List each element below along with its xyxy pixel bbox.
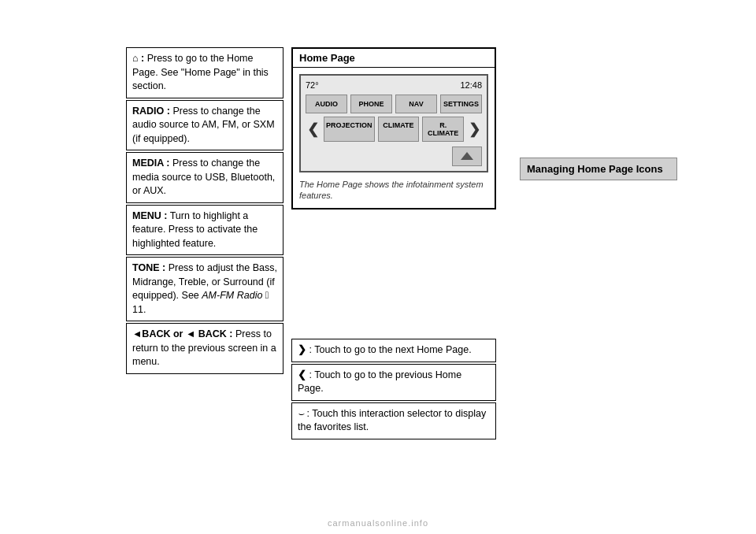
r-climate-btn[interactable]: R. CLIMATE [422,117,464,142]
home-page-box: Home Page 72° 12:48 AUDIO PHONE NAV SETT… [291,47,496,210]
back-block: ◄BACK or ◄ BACK : Press to return to the… [126,323,284,374]
projection-btn[interactable]: PROJECTION [324,117,375,142]
menu-label: MENU : [132,210,167,221]
managing-icons-heading: Managing Home Page Icons [520,158,677,180]
next-page-icon: ❯ [298,344,306,355]
next-page-text: : Touch to go to the next Home Page. [309,344,471,355]
home-chevron-btn[interactable] [452,146,482,166]
screen-top-bar: 72° 12:48 [306,80,482,90]
home-icon-text: Press to go to the Home Page. See "Home … [132,53,269,91]
home-icon-block: ⌂ : Press to go to the Home Page. See "H… [126,47,284,98]
audio-btn[interactable]: AUDIO [306,95,347,113]
favorites-icon: ⌣ [298,408,304,419]
back-label: ◄BACK or ◄ BACK : [132,328,233,339]
phone-btn[interactable]: PHONE [350,95,392,113]
favorites-block: ⌣ : Touch this interaction selector to d… [291,402,496,439]
home-icon-label: ⌂ : [132,53,144,64]
screen-row1: AUDIO PHONE NAV SETTINGS [306,95,482,113]
radio-label: RADIO : [132,106,170,117]
left-arrow-icon[interactable]: ❮ [306,121,321,138]
home-page-title: Home Page [293,49,495,68]
nav-btn[interactable]: NAV [395,95,437,113]
right-arrow-icon[interactable]: ❯ [467,121,482,138]
chevron-up-icon [461,152,473,160]
screen-nav-row: ❮ PROJECTION CLIMATE R. CLIMATE ❯ [306,117,482,142]
media-block: MEDIA : Press to change the media source… [126,152,284,203]
screen-mockup: 72° 12:48 AUDIO PHONE NAV SETTINGS ❮ PRO… [299,74,488,172]
prev-page-block: ❮ : Touch to go to the previous Home Pag… [291,364,496,401]
center-bottom: ❯ : Touch to go to the next Home Page. ❮… [291,339,496,441]
media-label: MEDIA : [132,158,169,169]
watermark: carmanualsonline.info [328,518,428,528]
radio-block: RADIO : Press to change the audio source… [126,100,284,151]
screen-caption: The Home Page shows the infotainment sys… [299,179,488,202]
screen-time: 12:48 [460,80,482,90]
climate-btn[interactable]: CLIMATE [378,117,420,142]
settings-btn[interactable]: SETTINGS [440,95,482,113]
tone-label: TONE : [132,262,165,273]
right-column: Managing Home Page Icons [520,158,677,180]
screen-temp: 72° [306,80,319,90]
center-column: Home Page 72° 12:48 AUDIO PHONE NAV SETT… [291,47,496,210]
tone-block: TONE : Press to adjust the Bass, Midrang… [126,257,284,321]
left-column: ⌂ : Press to go to the Home Page. See "H… [126,47,284,376]
prev-page-icon: ❮ [298,369,306,380]
favorites-text: : Touch this interaction selector to dis… [298,408,486,433]
next-page-block: ❯ : Touch to go to the next Home Page. [291,339,496,362]
menu-block: MENU : Turn to highlight a feature. Pres… [126,205,284,256]
prev-page-text: : Touch to go to the previous Home Page. [298,369,461,395]
